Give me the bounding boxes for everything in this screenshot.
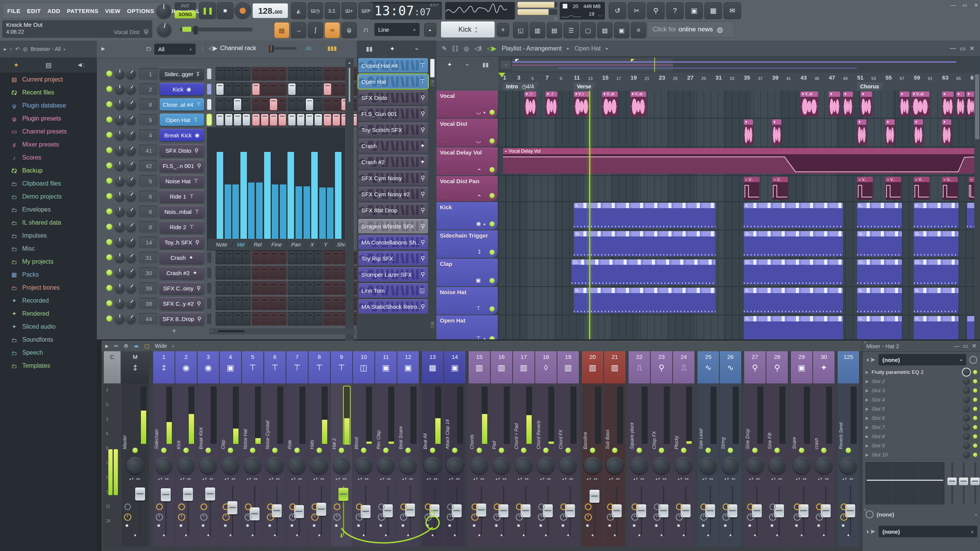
- strip-route-arrow[interactable]: ▲: [651, 533, 672, 537]
- slide-notes-button[interactable]: ʃ: [308, 22, 323, 38]
- track-header-open-hat[interactable]: Open Hat···⊤▲: [436, 315, 498, 339]
- mixer-strip-noise-cymbal[interactable]: 6⊤Noise Cymbal▴▾ ◂▸▲: [264, 351, 286, 546]
- pattern-clip[interactable]: K..: [914, 203, 959, 228]
- pattern-clip[interactable]: N..: [914, 288, 959, 313]
- mixer-strip-chords[interactable]: 15▥Chords▴▾ ◂▸▲: [469, 351, 490, 546]
- patterns-tab-icon[interactable]: ▮▮: [366, 45, 373, 52]
- channel-pattern-number[interactable]: 30: [139, 267, 157, 279]
- slot-enable-led[interactable]: [973, 388, 977, 393]
- mixer-collapse-icon[interactable]: ▶: [105, 344, 108, 349]
- effect-slot-9[interactable]: ▶Slot 9: [862, 441, 980, 450]
- output-select[interactable]: (none)▸: [879, 526, 977, 537]
- mixer-strip-pad[interactable]: 16▥Pad▴▾ ◂▸▲: [491, 351, 512, 546]
- strip-clock-icon[interactable]: [794, 514, 801, 521]
- strip-route-arrow[interactable]: ▲: [791, 533, 812, 537]
- strip-clock-icon[interactable]: [631, 514, 639, 521]
- strip-header[interactable]: 30✦: [813, 351, 835, 383]
- channel-pattern-number[interactable]: 1: [139, 68, 157, 80]
- strip-sep-pan-arrows[interactable]: ▴▾ ◂▸: [375, 477, 397, 481]
- channel-led[interactable]: [106, 147, 112, 153]
- track-header-vocal-delay-vol[interactable]: Vocal Delay Vol···⌁: [436, 147, 498, 175]
- strip-pan-knob[interactable]: [127, 457, 144, 474]
- strip-sep-pan-arrows[interactable]: ▴▾ ◂▸: [651, 477, 672, 481]
- step-button[interactable]: [297, 83, 304, 95]
- step-button[interactable]: [252, 282, 260, 294]
- picker-item-sfx-cym-noisy[interactable]: SFX Cym Noisy⚲: [358, 171, 428, 185]
- browser-item-plugin-database[interactable]: ψPlugin database: [0, 99, 97, 112]
- strip-header[interactable]: 12▣: [397, 351, 419, 383]
- step-button[interactable]: [333, 99, 340, 110]
- channel-volume-knob[interactable]: [126, 253, 136, 262]
- track-header-kick[interactable]: Kick···◉▲: [436, 202, 498, 230]
- strip-route-arrow[interactable]: ▲: [175, 533, 197, 537]
- keyboard-editor-toggle-icon[interactable]: ▮▮▮: [327, 45, 337, 52]
- strip-led[interactable]: [452, 448, 457, 453]
- step-button[interactable]: [252, 298, 260, 309]
- slot-enable-led[interactable]: [973, 407, 977, 411]
- step-button[interactable]: [225, 114, 232, 126]
- strip-clock-icon[interactable]: [156, 514, 163, 521]
- strip-pan-knob[interactable]: [631, 457, 648, 474]
- strip-led[interactable]: [799, 448, 804, 453]
- step-button[interactable]: [315, 282, 322, 294]
- strip-clock-icon[interactable]: [425, 514, 432, 521]
- step-button[interactable]: [225, 68, 232, 80]
- strip-pan-knob[interactable]: [446, 457, 463, 474]
- strip-pan-knob[interactable]: [840, 457, 857, 474]
- strip-led[interactable]: [774, 448, 780, 453]
- strip-route-arrow[interactable]: ▲: [264, 533, 286, 537]
- strip-sep-pan-arrows[interactable]: ▴▾ ◂▸: [673, 477, 694, 481]
- add-channel-button[interactable]: +: [172, 327, 176, 336]
- step-button[interactable]: [261, 114, 268, 126]
- pattern-clip[interactable]: Si..: [744, 231, 843, 256]
- strip-pan-knob[interactable]: [424, 457, 441, 474]
- fx-lamp-icon[interactable]: [723, 504, 729, 510]
- strip-pan-knob[interactable]: [793, 457, 810, 474]
- strip-pan-knob[interactable]: [155, 457, 172, 474]
- strip-led[interactable]: [521, 448, 526, 453]
- strip-clock-icon[interactable]: [493, 514, 501, 521]
- strip-clock-icon[interactable]: [356, 514, 363, 521]
- strip-led[interactable]: [339, 448, 344, 453]
- output-routing-icon[interactable]: ◗➤: [866, 527, 875, 536]
- browser-item-current-project[interactable]: ▤Current project: [0, 73, 97, 86]
- strip-mute-dot[interactable]: [842, 524, 844, 527]
- mixer-strip-bassline[interactable]: 20▥Bassline▴▾ ◂▸▲: [582, 351, 603, 546]
- loop-record-button[interactable]: Ш+: [341, 2, 357, 19]
- audio-clip[interactable]: ⏵ V..al: [800, 91, 818, 116]
- strip-route-arrow[interactable]: ▲: [353, 533, 374, 537]
- fx-lamp-icon[interactable]: [632, 504, 638, 510]
- step-button[interactable]: [306, 267, 313, 279]
- step-button[interactable]: [333, 313, 340, 324]
- channel-pan-knob[interactable]: [115, 145, 125, 155]
- step-button[interactable]: [324, 99, 331, 110]
- track-arrow-icon[interactable]: ▲: [483, 337, 486, 339]
- channel-button[interactable]: Ride 2⊤: [160, 221, 204, 233]
- channel-button[interactable]: Crash✦: [160, 251, 204, 264]
- strip-mute-dot[interactable]: [495, 524, 498, 527]
- track-header-vocal-dist[interactable]: Vocal Dist···◡: [436, 119, 498, 147]
- channel-pattern-number[interactable]: 38: [139, 298, 157, 309]
- picker-item-linn-tom[interactable]: Linn Tom◫: [358, 283, 428, 298]
- fx-lamp-icon[interactable]: [178, 504, 185, 510]
- strip-route-arrow[interactable]: ▲: [513, 533, 534, 537]
- channel-button[interactable]: Open Hat⊤: [160, 114, 204, 126]
- step-button[interactable]: [225, 282, 232, 294]
- pattern-clip[interactable]: O..: [744, 316, 843, 339]
- browser-item-packs[interactable]: ▦Packs: [0, 268, 97, 281]
- step-button[interactable]: [297, 267, 304, 279]
- strip-mute-dot[interactable]: [724, 524, 727, 527]
- step-button[interactable]: [333, 282, 340, 294]
- track-options-dots[interactable]: ···: [440, 223, 446, 227]
- step-button[interactable]: [279, 298, 286, 309]
- strip-clock-icon[interactable]: [333, 514, 341, 521]
- audio-clip[interactable]: ⏵ ..l: [524, 91, 536, 116]
- strip-route-arrow[interactable]: ▲: [220, 533, 241, 537]
- strip-sep-pan-arrows[interactable]: ▴▾ ◂▸: [766, 477, 788, 481]
- strip-route-arrow[interactable]: ▲: [397, 533, 419, 537]
- strip-led[interactable]: [565, 448, 571, 453]
- browser-search-icon[interactable]: ◎: [23, 46, 28, 52]
- fx-lamp-icon[interactable]: [223, 504, 229, 510]
- playlist-vscrollbar[interactable]: [974, 73, 980, 339]
- step-button[interactable]: [261, 99, 268, 110]
